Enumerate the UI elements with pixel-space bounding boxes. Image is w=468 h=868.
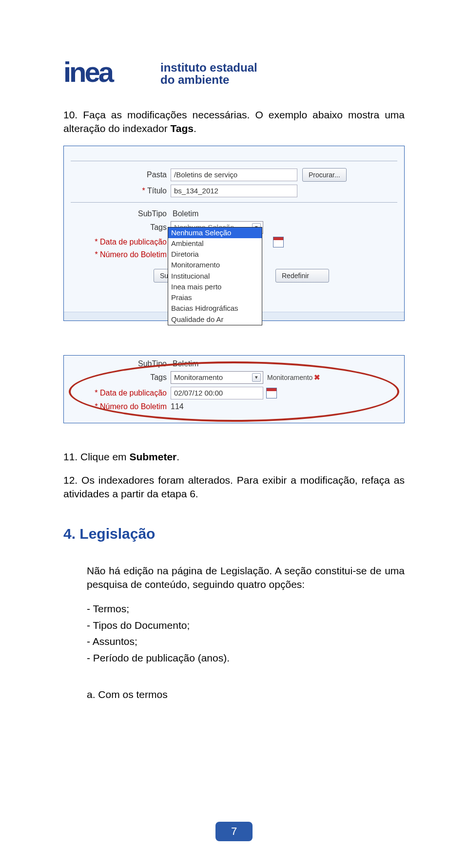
titulo-input[interactable]: [171, 185, 297, 197]
option-periodo: - Período de publicação (anos).: [87, 650, 405, 666]
step-10-suffix: .: [194, 123, 196, 134]
logo: inea instituto estadual do ambiente: [63, 58, 405, 89]
pasta-input[interactable]: [171, 169, 297, 181]
p2-subtipo-label: SubTipo: [71, 359, 171, 368]
option-tipos: - Tipos do Documento;: [87, 618, 405, 633]
sub-item-a: a. Com os termos: [87, 689, 405, 700]
logo-sub-line2: do ambiente: [160, 73, 229, 86]
tags-option-2[interactable]: Diretoria: [168, 249, 262, 260]
tags-option-7[interactable]: Bacias Hidrográficas: [168, 303, 262, 314]
step-10-text: 10. Faça as modificações necessárias. O …: [63, 108, 405, 136]
calendar-icon[interactable]: [266, 388, 277, 398]
tags-option-1[interactable]: Ambiental: [168, 238, 262, 249]
logo-sub-line1: instituto estadual: [160, 61, 257, 74]
option-assuntos: - Assuntos;: [87, 634, 405, 649]
page-number-badge: 7: [215, 822, 253, 841]
p2-tags-value: Monitoramento: [174, 373, 223, 381]
section-heading-legislacao: 4. Legislação: [63, 526, 405, 542]
chevron-down-icon: ▾: [252, 373, 261, 382]
num-boletim-label-text: * Número do Boletim: [95, 250, 167, 259]
tags-option-3[interactable]: Monitoramento: [168, 260, 262, 270]
tags-option-4[interactable]: Institucional: [168, 271, 262, 282]
subtipo-value: Boletim: [171, 209, 198, 218]
data-pub-label-text: * Data de publicação: [95, 238, 167, 246]
logo-subtitle: instituto estadual do ambiente: [160, 61, 257, 86]
p2-data-label-text: * Data de publicação: [95, 389, 167, 397]
pasta-label: Pasta: [71, 170, 171, 179]
redefinir-button[interactable]: Redefinir: [275, 269, 329, 283]
step-11-prefix: 11. Clique em: [63, 451, 129, 462]
logo-word: inea: [63, 56, 112, 88]
p2-num-label-text: * Número do Boletim: [95, 402, 167, 411]
step-12-text: 12. Os indexadores foram alterados. Para…: [63, 473, 405, 501]
data-pub-label: * Data de publicação: [71, 238, 171, 246]
p2-num-label: * Número do Boletim: [71, 402, 171, 411]
subtipo-label: SubTipo: [71, 209, 171, 218]
tags-option-5[interactable]: Inea mais perto: [168, 282, 262, 292]
legislacao-paragraph: Não há edição na página de Legislação. A…: [87, 564, 405, 592]
option-termos: - Termos;: [87, 601, 405, 617]
p2-data-input[interactable]: [171, 387, 263, 399]
step-11-bold: Submeter: [129, 451, 176, 462]
p2-tags-label: Tags: [71, 373, 171, 382]
tags-option-6[interactable]: Praias: [168, 292, 262, 303]
step-11-text: 11. Clique em Submeter.: [63, 450, 405, 464]
step-10-bold: Tags: [171, 123, 194, 134]
options-list: - Termos; - Tipos do Documento; - Assunt…: [87, 601, 405, 665]
step-10-prefix: 10. Faça as modificações necessárias. O …: [63, 109, 405, 134]
tags-label: Tags: [71, 223, 171, 232]
p2-tags-select[interactable]: Monitoramento ▾: [171, 371, 263, 384]
p2-num-value: 114: [171, 402, 184, 411]
step-11-suffix: .: [176, 451, 179, 462]
tags-option-0[interactable]: Nenhuma Seleção: [168, 227, 262, 238]
tag-chip[interactable]: Monitoramento✖: [267, 373, 320, 382]
titulo-label: * Título: [71, 187, 171, 195]
remove-tag-icon[interactable]: ✖: [314, 373, 320, 382]
num-boletim-label: * Número do Boletim: [71, 250, 171, 259]
tags-dropdown[interactable]: Nenhuma Seleção Ambiental Diretoria Moni…: [168, 227, 262, 325]
p2-data-label: * Data de publicação: [71, 389, 171, 397]
screenshot-panel-1: Pasta Procurar... * Título SubTipo Bolet…: [63, 146, 405, 321]
p2-subtipo-value: Boletim: [171, 359, 198, 368]
titulo-label-text: Título: [147, 187, 167, 195]
calendar-icon[interactable]: [273, 237, 284, 247]
screenshot-panel-2: SubTipo Boletim Tags Monitoramento ▾ Mon…: [63, 355, 405, 423]
logo-mark: inea: [63, 58, 154, 89]
tags-option-8[interactable]: Qualidade do Ar: [168, 314, 262, 325]
tag-chip-text: Monitoramento: [267, 374, 312, 381]
procurar-button[interactable]: Procurar...: [302, 168, 347, 182]
